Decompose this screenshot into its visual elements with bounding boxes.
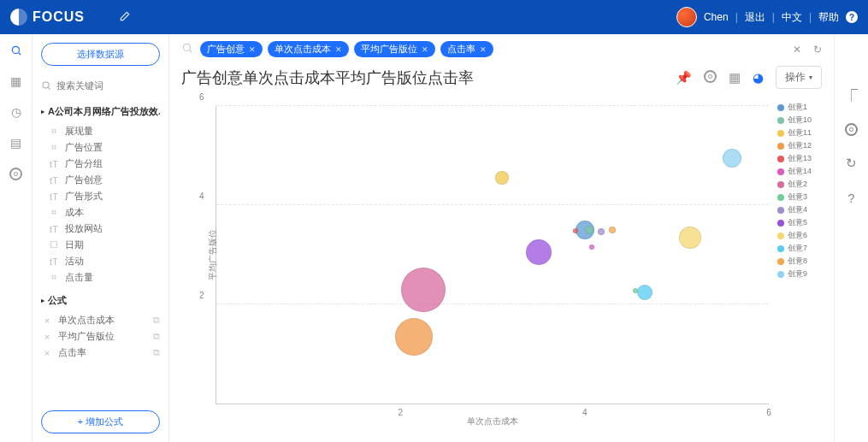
tool-refresh-icon[interactable]: ↻ xyxy=(842,154,861,173)
formula-item[interactable]: ×点击率⧉ xyxy=(41,345,160,361)
sidebar-search-input[interactable] xyxy=(56,80,160,91)
field-item[interactable]: tT活动 xyxy=(48,253,160,269)
field-type-icon: ⌗ xyxy=(48,207,60,218)
refresh-query-icon[interactable]: ↻ xyxy=(813,44,822,56)
field-item[interactable]: ☐日期 xyxy=(48,237,160,253)
pill-remove-icon[interactable]: ✕ xyxy=(335,45,342,54)
field-item[interactable]: tT广告形式 xyxy=(48,188,160,204)
datasource-tree-head[interactable]: A公司本月网络广告投放效... xyxy=(41,105,160,118)
lang-link[interactable]: 中文 xyxy=(782,10,802,25)
tool-gear-icon[interactable] xyxy=(842,120,861,138)
field-label: 广告位置 xyxy=(65,141,103,154)
nav-chart-icon[interactable]: ▦ xyxy=(9,74,24,89)
field-item[interactable]: tT投放网站 xyxy=(48,221,160,237)
formula-x-icon: × xyxy=(41,315,53,326)
copy-icon[interactable]: ⧉ xyxy=(153,331,160,342)
legend-item[interactable]: 创意5 xyxy=(777,216,822,229)
field-item[interactable]: tT广告分组 xyxy=(48,156,160,172)
svg-point-4 xyxy=(183,44,190,50)
data-bubble[interactable] xyxy=(598,228,605,235)
legend-item[interactable]: 创意9 xyxy=(777,268,822,280)
data-bubble[interactable] xyxy=(723,149,741,168)
help-badge-icon[interactable]: ? xyxy=(846,11,858,23)
field-item[interactable]: tT广告创意 xyxy=(48,172,160,188)
data-bubble[interactable] xyxy=(495,171,509,185)
legend-label: 创意4 xyxy=(788,204,807,215)
tool-axis-icon[interactable]: ⎾ xyxy=(842,85,861,104)
nav-settings-icon[interactable] xyxy=(9,166,24,181)
data-bubble[interactable] xyxy=(637,285,652,300)
clear-query-icon[interactable]: ✕ xyxy=(793,44,801,56)
chart-canvas[interactable]: 平均广告版位 单次点击成本 246246 xyxy=(216,106,769,404)
tool-help-icon[interactable]: ? xyxy=(842,188,861,207)
field-label: 展现量 xyxy=(65,125,93,138)
brand-logo[interactable]: FOCUS xyxy=(10,9,85,26)
data-bubble[interactable] xyxy=(401,268,446,312)
query-pill[interactable]: 点击率✕ xyxy=(440,41,493,57)
data-bubble[interactable] xyxy=(609,227,616,233)
legend-item[interactable]: 创意10 xyxy=(777,114,822,127)
data-bubble[interactable] xyxy=(526,239,552,265)
legend-item[interactable]: 创意6 xyxy=(777,229,822,242)
add-formula-button[interactable]: + 增加公式 xyxy=(41,410,160,433)
formula-item[interactable]: ×单次点击成本⧉ xyxy=(41,312,160,328)
legend-item[interactable]: 创意1 xyxy=(777,101,822,114)
formula-label: 平均广告版位 xyxy=(58,330,115,343)
copy-icon[interactable]: ⧉ xyxy=(153,315,160,326)
formula-head[interactable]: 公式 xyxy=(41,294,160,307)
pill-remove-icon[interactable]: ✕ xyxy=(249,45,256,54)
data-bubble[interactable] xyxy=(589,245,594,250)
legend-item[interactable]: 创意4 xyxy=(777,203,822,216)
sidebar-search[interactable] xyxy=(41,80,160,91)
legend-item[interactable]: 创意8 xyxy=(777,255,822,268)
field-item[interactable]: ⌗展现量 xyxy=(48,123,160,139)
legend-item[interactable]: 创意12 xyxy=(777,139,822,152)
config-icon[interactable] xyxy=(704,70,717,85)
avatar[interactable] xyxy=(676,7,697,27)
legend-dot-icon xyxy=(777,156,784,162)
pill-remove-icon[interactable]: ✕ xyxy=(422,45,428,54)
legend-label: 创意10 xyxy=(788,115,812,126)
pill-label: 点击率 xyxy=(447,43,475,56)
nav-clock-icon[interactable]: ◷ xyxy=(9,104,24,120)
copy-icon[interactable]: ⧉ xyxy=(153,347,160,358)
data-bubble[interactable] xyxy=(679,227,701,249)
svg-point-2 xyxy=(43,82,49,88)
operations-button[interactable]: 操作 ▾ xyxy=(776,66,822,89)
legend-item[interactable]: 创意11 xyxy=(777,127,822,139)
pin-icon[interactable]: 📌 xyxy=(676,70,692,85)
legend-item[interactable]: 创意7 xyxy=(777,242,822,255)
field-type-icon: ⌗ xyxy=(48,126,60,137)
formula-x-icon: × xyxy=(41,348,53,358)
query-pill[interactable]: 平均广告版位✕ xyxy=(354,41,435,57)
data-bubble[interactable] xyxy=(585,226,593,234)
logout-link[interactable]: 退出 xyxy=(745,10,765,25)
user-name[interactable]: Chen xyxy=(704,11,729,23)
table-view-icon[interactable]: ▦ xyxy=(729,70,741,85)
legend-item[interactable]: 创意14 xyxy=(777,165,822,178)
help-link[interactable]: 帮助 xyxy=(818,10,839,25)
field-item[interactable]: ⌗广告位置 xyxy=(48,139,160,156)
field-type-icon: tT xyxy=(48,175,60,186)
field-item[interactable]: ⌗点击量 xyxy=(48,269,160,286)
nav-search-icon[interactable] xyxy=(9,43,24,58)
formula-item[interactable]: ×平均广告版位⧉ xyxy=(41,328,160,345)
pill-remove-icon[interactable]: ✕ xyxy=(480,45,487,54)
nav-stack-icon[interactable]: ▤ xyxy=(9,135,24,150)
edit-icon[interactable] xyxy=(119,10,131,25)
query-pill[interactable]: 单次点击成本✕ xyxy=(268,41,349,57)
query-pill[interactable]: 广告创意✕ xyxy=(200,41,263,57)
field-label: 广告分组 xyxy=(65,157,103,170)
data-bubble[interactable] xyxy=(395,318,433,356)
select-datasource-button[interactable]: 选择数据源 xyxy=(41,43,160,66)
chart-view-icon[interactable]: ◕ xyxy=(753,70,764,85)
field-item[interactable]: ⌗成本 xyxy=(48,204,160,221)
legend-item[interactable]: 创意2 xyxy=(777,178,822,191)
pill-label: 平均广告版位 xyxy=(361,43,417,56)
data-bubble[interactable] xyxy=(573,228,578,233)
query-search-icon[interactable] xyxy=(181,42,193,56)
legend-item[interactable]: 创意3 xyxy=(777,191,822,203)
legend-item[interactable]: 创意13 xyxy=(777,152,822,165)
svg-line-5 xyxy=(190,50,192,53)
y-tick: 2 xyxy=(199,291,204,300)
